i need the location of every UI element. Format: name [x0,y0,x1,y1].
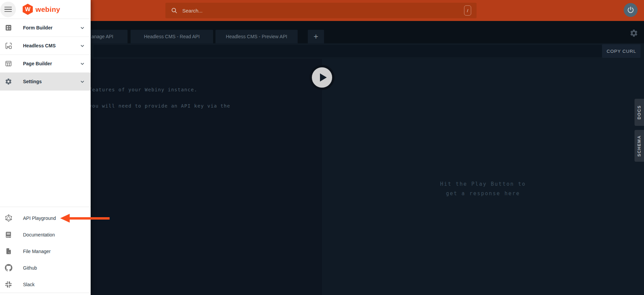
webiny-wordmark: webiny [36,5,60,14]
chevron-down-icon [79,43,85,49]
webiny-logo[interactable]: W webiny [23,4,60,15]
github-icon [4,264,13,272]
playground-body: that has access to all the features of y… [0,59,644,295]
chevron-down-icon [79,25,85,31]
sidebar-item-documentation[interactable]: Documentation [0,226,91,243]
sidebar-item-github[interactable]: Github [0,259,91,276]
slack-icon [4,281,13,288]
logout-button[interactable] [624,3,638,17]
sidebar-item-settings[interactable]: Settings [0,73,91,91]
graphql-icon [4,214,13,222]
drawer-bottom-pad [0,293,91,295]
chevron-down-icon [79,79,85,85]
schema-side-tab[interactable]: SCHEMA [635,130,644,162]
response-placeholder: Hit the Play Button to get a response he… [322,179,644,198]
search-input[interactable]: Search... / [165,3,477,18]
sidebar-item-api-playground[interactable]: API Playground [0,210,91,226]
play-icon [320,73,327,82]
sidebar-item-label: Headless CMS [23,43,55,48]
webiny-logo-hexagon: W [23,4,33,15]
topbar: Search... / [0,0,644,21]
response-pane: Hit the Play Button to get a response he… [322,59,644,295]
drawer-header: W webiny [0,0,91,19]
sidebar-item-form-builder[interactable]: Form Builder [0,19,91,37]
sidebar-item-label: Page Builder [23,61,52,66]
menu-toggle-button[interactable] [0,2,16,17]
api-tab-bar: anage API Headless CMS - Read API Headle… [0,21,644,43]
endpoint-url-input[interactable] [93,45,602,57]
sidebar-item-label: Github [23,265,37,271]
search-icon [171,7,178,14]
power-icon [627,6,635,14]
execute-query-button[interactable] [309,65,335,90]
response-placeholder-line: Hit the Play Button to [322,179,644,189]
sidebar-item-headless-cms[interactable]: Headless CMS [0,37,91,55]
page-builder-icon [4,60,13,67]
book-icon [4,231,13,239]
headless-cms-icon [4,42,13,50]
navigation-drawer: W webiny Form Builder Headless CMS [0,0,91,295]
form-builder-icon [4,24,13,31]
sidebar-item-file-manager[interactable]: File Manager [0,243,91,259]
sidebar-item-label: File Manager [23,249,51,254]
drawer-spacer [0,91,91,207]
search-placeholder: Search... [182,8,203,14]
sidebar-item-label: Documentation [23,232,55,237]
playground-toolbar: COPY CURL [0,43,644,59]
sidebar-item-page-builder[interactable]: Page Builder [0,55,91,73]
tab-read-api[interactable]: Headless CMS - Read API [131,30,213,43]
search-shortcut-badge: / [464,5,471,16]
sidebar-item-label: API Playground [23,215,56,221]
hamburger-icon [4,7,12,12]
sidebar-item-slack[interactable]: Slack [0,276,91,293]
file-icon [4,248,13,255]
drawer-secondary-group: API Playground Documentation File Manage… [0,207,91,293]
response-placeholder-line: get a response here [322,189,644,198]
docs-side-tab[interactable]: DOCS [635,99,644,126]
sidebar-item-label: Settings [23,79,42,84]
gear-icon [4,78,13,85]
sidebar-item-label: Form Builder [23,25,52,30]
webiny-admin-screen: Search... / anage API Headless CMS - Rea… [0,0,644,295]
sidebar-item-label: Slack [23,282,34,287]
copy-curl-button[interactable]: COPY CURL [602,44,641,58]
playground-settings-button[interactable] [629,29,638,38]
add-tab-button[interactable]: + [308,30,324,43]
gear-icon [629,29,638,38]
tab-preview-api[interactable]: Headless CMS - Preview API [215,30,298,43]
chevron-down-icon [79,61,85,67]
